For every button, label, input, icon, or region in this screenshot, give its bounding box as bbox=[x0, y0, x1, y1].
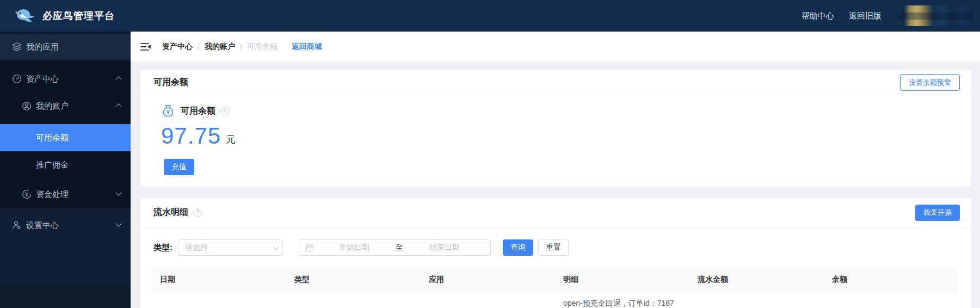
user-account-redacted[interactable] bbox=[896, 5, 973, 26]
breadcrumb: 资产中心 / 我的账户 / 可用余额 bbox=[162, 42, 278, 52]
user-gear-icon bbox=[12, 220, 22, 230]
flow-card-header: 流水明细 ? 我要开票 bbox=[140, 198, 971, 227]
sidebar-section-settings: 设置中心 bbox=[0, 208, 131, 286]
type-select[interactable]: 请选择 bbox=[178, 239, 283, 256]
sidebar-item-label: 我的应用 bbox=[26, 42, 59, 52]
set-balance-alert-button[interactable]: 设置余额预警 bbox=[900, 74, 960, 91]
sidebar-item-label: 可用余额 bbox=[36, 133, 69, 143]
back-old-version-link[interactable]: 返回旧版 bbox=[849, 11, 882, 21]
main-content: 资产中心 / 我的账户 / 可用余额 返回商城 可用余额 设置余额预警 bbox=[131, 32, 980, 308]
column-header-date: 日期 bbox=[151, 275, 286, 285]
reset-button[interactable]: 重置 bbox=[538, 239, 569, 256]
start-date-placeholder: 开始日期 bbox=[314, 243, 395, 252]
column-header-detail: 明细 bbox=[554, 275, 689, 285]
menu-fold-icon[interactable] bbox=[140, 42, 151, 51]
money-bag-icon bbox=[161, 104, 175, 118]
sidebar-item-funds-processing[interactable]: 资金处理 bbox=[0, 181, 131, 208]
sidebar-item-label: 资产中心 bbox=[26, 74, 59, 84]
calendar-icon bbox=[306, 244, 314, 252]
balance-card-body: 可用余额 ? 97.75 元 充值 bbox=[140, 95, 971, 175]
sidebar-item-label: 资金处理 bbox=[36, 189, 69, 200]
breadcrumb-bar: 资产中心 / 我的账户 / 可用余额 返回商城 bbox=[131, 32, 980, 61]
query-button[interactable]: 查询 bbox=[503, 239, 533, 256]
type-select-placeholder: 请选择 bbox=[185, 243, 208, 252]
yuan-circle-icon bbox=[22, 189, 32, 199]
column-header-app: 应用 bbox=[420, 275, 554, 285]
balance-label: 可用余额 bbox=[181, 106, 215, 117]
app-title: 必应鸟管理平台 bbox=[42, 9, 115, 22]
chevron-up-icon bbox=[115, 103, 121, 109]
layers-icon bbox=[12, 42, 22, 52]
request-invoice-button[interactable]: 我要开票 bbox=[915, 205, 960, 221]
flow-help-icon[interactable]: ? bbox=[193, 208, 202, 217]
navbar-right: 帮助中心 返回旧版 bbox=[802, 5, 973, 26]
breadcrumb-item-current: 可用余额 bbox=[247, 42, 278, 52]
help-center-link[interactable]: 帮助中心 bbox=[802, 11, 834, 21]
chevron-down-icon bbox=[115, 189, 121, 195]
balance-help-icon[interactable]: ? bbox=[220, 107, 229, 115]
breadcrumb-separator: / bbox=[198, 42, 200, 51]
cell-amount bbox=[689, 292, 823, 308]
flow-detail-card: 流水明细 ? 我要开票 类型: 请选择 开始日期 bbox=[140, 198, 971, 308]
table-row: open-预充金回退，订单id：7187 bbox=[151, 292, 958, 308]
cell-app bbox=[420, 292, 554, 308]
filter-row: 类型: 请选择 开始日期 至 结束日期 查询 bbox=[153, 239, 971, 256]
column-header-balance: 余额 bbox=[823, 275, 958, 285]
cell-type bbox=[286, 292, 420, 308]
end-date-placeholder: 结束日期 bbox=[404, 243, 485, 252]
chevron-up-icon bbox=[115, 76, 121, 82]
sidebar-item-label: 推广佣金 bbox=[36, 160, 69, 170]
column-header-type: 类型 bbox=[286, 275, 420, 285]
flow-table-header: 日期 类型 应用 明细 流水金额 余额 bbox=[151, 268, 958, 292]
breadcrumb-separator: / bbox=[240, 42, 242, 51]
return-mall-link[interactable]: 返回商城 bbox=[292, 42, 322, 52]
flow-card-title: 流水明细 bbox=[153, 207, 188, 218]
top-navbar: 必应鸟管理平台 帮助中心 返回旧版 bbox=[0, 0, 980, 32]
sidebar-item-my-account[interactable]: 我的账户 bbox=[0, 93, 131, 120]
breadcrumb-item-asset-center[interactable]: 资产中心 bbox=[162, 42, 193, 52]
bird-logo-icon bbox=[14, 7, 36, 24]
dashboard-icon bbox=[12, 74, 22, 84]
date-range-separator: 至 bbox=[395, 243, 404, 252]
sidebar-item-asset-center[interactable]: 资产中心 bbox=[0, 65, 131, 93]
sidebar-nav: 我的应用 资产中心 bbox=[0, 32, 131, 308]
account-icon bbox=[22, 101, 32, 111]
date-range-picker[interactable]: 开始日期 至 结束日期 bbox=[299, 239, 491, 256]
chevron-down-icon bbox=[115, 220, 121, 226]
column-header-amount: 流水金额 bbox=[689, 275, 823, 285]
sidebar-item-my-apps[interactable]: 我的应用 bbox=[0, 34, 131, 60]
sidebar-item-label: 我的账户 bbox=[36, 101, 69, 112]
type-filter-label: 类型: bbox=[153, 243, 172, 253]
sidebar-item-label: 设置中心 bbox=[26, 220, 59, 231]
balance-card: 可用余额 设置余额预警 可用余额 ? 97.75 bbox=[140, 70, 971, 187]
cell-balance bbox=[823, 292, 958, 308]
cell-date bbox=[151, 292, 286, 308]
breadcrumb-item-my-account[interactable]: 我的账户 bbox=[205, 42, 235, 52]
sidebar-section-assets: 资产中心 我的账户 可用余额 推广佣金 bbox=[0, 61, 131, 208]
app-window: 必应鸟管理平台 帮助中心 返回旧版 我的应用 bbox=[0, 0, 980, 308]
recharge-button[interactable]: 充值 bbox=[164, 159, 194, 175]
cell-detail: open-预充金回退，订单id：7187 bbox=[554, 292, 689, 308]
chevron-down-icon bbox=[273, 244, 279, 250]
balance-unit: 元 bbox=[226, 133, 236, 147]
sidebar-item-promo-commission[interactable]: 推广佣金 bbox=[0, 151, 131, 178]
balance-amount: 97.75 bbox=[161, 125, 221, 147]
sidebar-item-available-balance[interactable]: 可用余额 bbox=[0, 124, 131, 151]
balance-card-title: 可用余额 bbox=[153, 77, 188, 88]
sidebar-item-settings-center[interactable]: 设置中心 bbox=[0, 212, 131, 239]
balance-card-header: 可用余额 设置余额预警 bbox=[140, 70, 971, 95]
flow-table: 日期 类型 应用 明细 流水金额 余额 open-预充金回退，订单id：7187 bbox=[151, 268, 958, 308]
